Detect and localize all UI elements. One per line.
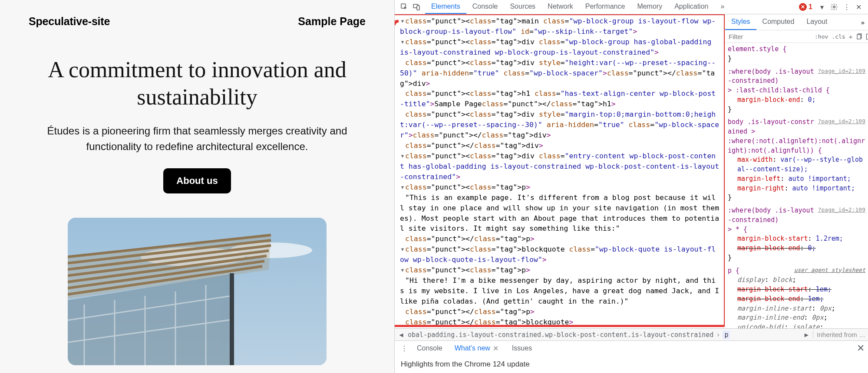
breadcrumb-next-icon[interactable]: ▶ [802, 331, 810, 339]
devtools-drawer: ⋮ Console What's new✕ Issues ✕ Highlight… [395, 340, 868, 373]
drawer-menu-icon[interactable]: ⋮ [398, 344, 410, 353]
copy-styles-icon[interactable] [856, 32, 862, 41]
dom-line[interactable]: class="punct"></class="tag">p> [395, 307, 725, 317]
nav-sample-page[interactable]: Sample Page [298, 15, 366, 28]
devtools-tabs: Elements Console Sources Network Perform… [425, 0, 730, 14]
drawer-body: Highlights from the Chrome 124 update [395, 356, 868, 373]
tab-memory[interactable]: Memory [631, 0, 668, 14]
dom-line[interactable]: ▾class="punct"><class="tag">blockquote c… [395, 244, 725, 265]
dom-breadcrumb[interactable]: ◀ obal-padding.is-layout-constrained.wp-… [395, 328, 868, 340]
new-style-rule-icon[interactable]: + [849, 32, 853, 41]
dom-line[interactable]: ▾class="punct"><class="tag">p> [395, 182, 725, 193]
device-toolbar-icon[interactable] [410, 1, 422, 13]
breadcrumb-separator-icon: › [716, 331, 720, 339]
devtools-toolbar: Elements Console Sources Network Perform… [395, 0, 868, 14]
error-badge[interactable]: ✕1 [799, 3, 812, 11]
dom-line[interactable]: class="punct"><class="tag">h1 class="has… [395, 88, 725, 109]
styles-tab-computed[interactable]: Computed [756, 14, 801, 30]
tab-elements[interactable]: Elements [425, 0, 466, 14]
dom-line[interactable]: ▾class="punct"><class="tag">div class="e… [395, 151, 725, 182]
hero-image [68, 218, 327, 365]
dom-line[interactable]: class="punct"></class="tag">blockquote> [395, 317, 725, 327]
breadcrumb-prev-icon[interactable]: ◀ [397, 331, 405, 339]
tab-network[interactable]: Network [541, 0, 579, 14]
dom-line[interactable]: class="punct"><class="tag">div style="he… [395, 58, 725, 89]
dom-line[interactable]: class="punct"></class="tag">div> [395, 141, 725, 151]
computed-panel-icon[interactable] [866, 32, 868, 41]
dom-line[interactable]: "Hi there! I'm a bike messenger by day, … [395, 275, 725, 307]
tab-console[interactable]: Console [466, 0, 504, 14]
drawer-tab-issues[interactable]: Issues [507, 343, 537, 354]
styles-sidebar: Styles Computed Layout » :hov .cls + ele… [725, 14, 868, 328]
svg-rect-15 [857, 35, 861, 39]
styles-overflow-icon[interactable]: » [858, 17, 868, 28]
drawer-tab-whatsnew[interactable]: What's new✕ [449, 343, 505, 354]
dom-line[interactable]: class="punct"><class="tag">div style="ma… [395, 109, 725, 141]
svg-point-14 [833, 6, 835, 8]
tab-overflow-icon[interactable]: » [714, 0, 730, 14]
svg-rect-13 [417, 6, 419, 10]
dom-line[interactable]: ▾class="punct"><class="tag">main class="… [395, 16, 725, 37]
breadcrumb-path[interactable]: obal-padding.is-layout-constrained.wp-bl… [408, 331, 713, 339]
dom-line[interactable]: ▾class="punct"><class="tag">div class="w… [395, 37, 725, 58]
inherited-from-label: Inherited from … [813, 331, 865, 338]
hero: A commitment to innovation and sustainab… [0, 43, 394, 365]
tab-sources[interactable]: Sources [504, 0, 541, 14]
about-us-button[interactable]: About us [163, 168, 231, 193]
inspect-element-icon[interactable] [398, 1, 410, 13]
site-brand[interactable]: Speculative-site [29, 15, 110, 28]
devtools-panel: Elements Console Sources Network Perform… [394, 0, 868, 373]
dom-line[interactable]: "This is an example page. It's different… [395, 193, 725, 234]
settings-gear-icon[interactable] [828, 1, 840, 13]
close-devtools-icon[interactable]: ✕ [852, 1, 865, 13]
drawer-tab-console[interactable]: Console [412, 343, 448, 354]
close-tab-icon[interactable]: ✕ [493, 344, 500, 353]
close-drawer-icon[interactable]: ✕ [857, 343, 865, 354]
hero-subtitle: Études is a pioneering firm that seamles… [39, 123, 355, 154]
site-header: Speculative-site Sample Page [0, 0, 394, 43]
dom-line[interactable]: class="punct"></class="tag">p> [395, 234, 725, 244]
expand-icon[interactable]: ▾ [816, 1, 828, 13]
tab-performance[interactable]: Performance [579, 0, 631, 14]
site-preview: Speculative-site Sample Page A commitmen… [0, 0, 394, 373]
dom-line[interactable]: ▾class="punct"><class="tag">p> [395, 265, 725, 275]
cls-toggle[interactable]: .cls [832, 33, 845, 40]
styles-tab-layout[interactable]: Layout [800, 14, 833, 30]
hov-toggle[interactable]: :hov [815, 33, 828, 40]
elements-tree[interactable]: ▾class="punct"><class="tag">main class="… [395, 14, 725, 328]
dom-line[interactable]: class="punct"><class="tag">p>…or somethi… [395, 327, 725, 328]
kebab-menu-icon[interactable]: ⋮ [840, 1, 852, 13]
breadcrumb-leaf[interactable]: p [723, 330, 730, 339]
styles-tab-styles[interactable]: Styles [725, 14, 756, 30]
styles-rules[interactable]: element.style {}?page_id=2:109:where(bod… [725, 43, 868, 328]
styles-filter-input[interactable] [729, 33, 811, 40]
hero-title: A commitment to innovation and sustainab… [39, 56, 355, 111]
tab-application[interactable]: Application [668, 0, 714, 14]
